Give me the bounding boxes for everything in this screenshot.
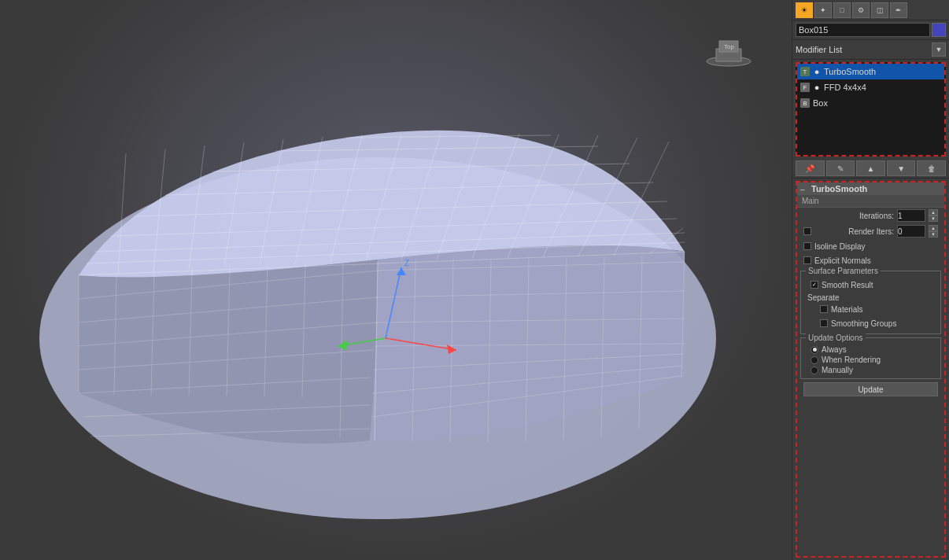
toolbar-icon-box[interactable]: □ [833, 2, 851, 18]
smooth-result-row: ✓ Smooth Result [804, 278, 937, 292]
view-cube-icon[interactable]: Top [705, 31, 760, 75]
when-rendering-row: When Rendering [804, 355, 937, 365]
viewport[interactable]: Z Top [0, 0, 792, 560]
manually-radio[interactable] [811, 367, 818, 374]
object-name-row [792, 20, 949, 40]
separate-label: Separate [804, 293, 937, 302]
smooth-result-checkbox[interactable]: ✓ [811, 281, 818, 289]
isoline-checkbox[interactable] [803, 242, 811, 250]
when-rendering-radio[interactable] [811, 356, 818, 364]
isoline-row: Isoline Display [797, 239, 944, 253]
stack-btn-up[interactable]: ▲ [856, 160, 885, 176]
stack-item-icon-ffd: F [800, 83, 810, 92]
svg-text:Z: Z [404, 259, 409, 267]
iterations-spinner[interactable]: ▲ ▼ [929, 209, 938, 222]
stack-item-turbosmooth[interactable]: T ● TurboSmooth [797, 64, 944, 79]
render-iters-spinner[interactable]: ▲ ▼ [929, 225, 938, 238]
modifier-list-dropdown[interactable]: ▼ [932, 42, 946, 57]
surface-parameters-title: Surface Parameters [806, 267, 881, 275]
stack-buttons: 📌 ✎ ▲ ▼ 🗑 [792, 159, 949, 179]
toolbar-icon-sparkle[interactable]: ✦ [814, 2, 832, 18]
update-button[interactable]: Update [803, 382, 938, 396]
modifier-stack: T ● TurboSmooth F ● FFD 4x4x4 B Box [796, 62, 946, 157]
render-iters-up[interactable]: ▲ [929, 225, 938, 231]
update-options-title: Update Options [806, 333, 866, 342]
smoothing-groups-checkbox[interactable] [820, 319, 828, 327]
stack-btn-delete[interactable]: 🗑 [917, 160, 946, 176]
when-rendering-label: When Rendering [822, 356, 881, 364]
always-label: Always [822, 345, 847, 354]
turbosmooth-main-section: Main [797, 195, 944, 208]
object-name-input[interactable] [796, 23, 930, 37]
object-color-box[interactable] [932, 23, 946, 37]
materials-checkbox[interactable] [820, 305, 828, 313]
right-panel: ☀ ✦ □ ⚙ ◫ ✒ Modifier List ▼ T ● TurboSmo… [792, 0, 949, 560]
turbosmooth-title: TurboSmooth [811, 184, 867, 193]
iterations-down[interactable]: ▼ [929, 216, 938, 222]
iterations-up[interactable]: ▲ [929, 209, 938, 216]
toolbar-icon-gear[interactable]: ⚙ [852, 2, 870, 18]
explicit-normals-checkbox[interactable] [803, 256, 811, 264]
stack-btn-down[interactable]: ▼ [887, 160, 916, 176]
explicit-normals-row: Explicit Normals [797, 253, 944, 267]
update-options-group: Update Options Always When Rendering Man… [800, 337, 941, 379]
manually-row: Manually [804, 365, 937, 375]
turbosmooth-header[interactable]: – TurboSmooth [797, 182, 944, 195]
modifier-list-row: Modifier List ▼ [792, 40, 949, 60]
stack-item-eye-turbosmooth[interactable]: ● [813, 68, 821, 76]
3d-mesh-view: Z [0, 0, 792, 560]
explicit-normals-label: Explicit Normals [814, 256, 871, 265]
stack-item-label-ffd: FFD 4x4x4 [824, 83, 941, 92]
render-iters-value[interactable]: 0 [897, 225, 925, 238]
stack-item-icon-turbosmooth: T [800, 67, 810, 76]
toolbar-icon-display[interactable]: ◫ [871, 2, 888, 18]
stack-btn-edit[interactable]: ✎ [826, 160, 855, 176]
materials-row: Materials [804, 302, 937, 316]
svg-text:Top: Top [724, 43, 734, 50]
stack-btn-pin[interactable]: 📌 [796, 160, 825, 176]
stack-item-icon-box: B [800, 98, 810, 108]
isoline-label: Isoline Display [814, 242, 865, 251]
smoothing-groups-label: Smoothing Groups [831, 319, 896, 328]
materials-label: Materials [831, 305, 863, 314]
always-row: Always [804, 344, 937, 355]
stack-item-box[interactable]: B Box [797, 95, 944, 111]
stack-item-eye-ffd[interactable]: ● [813, 83, 821, 91]
iterations-row: Iterations: 1 ▲ ▼ [797, 208, 944, 223]
render-iters-checkbox[interactable] [803, 227, 811, 235]
modifier-list-label: Modifier List [796, 45, 932, 54]
surface-parameters-group: Surface Parameters ✓ Smooth Result Separ… [800, 271, 941, 334]
stack-item-label-turbosmooth: TurboSmooth [824, 67, 941, 76]
manually-label: Manually [822, 366, 853, 374]
turbosmooth-panel: – TurboSmooth Main Iterations: 1 ▲ ▼ Ren… [796, 181, 946, 558]
stack-item-label-box: Box [813, 98, 941, 108]
top-toolbar: ☀ ✦ □ ⚙ ◫ ✒ [792, 0, 949, 20]
smooth-result-label: Smooth Result [822, 281, 873, 289]
stack-item-ffd[interactable]: F ● FFD 4x4x4 [797, 79, 944, 95]
render-iters-row: Render Iters: 0 ▲ ▼ [797, 223, 944, 239]
iterations-label: Iterations: [803, 212, 894, 220]
smoothing-groups-row: Smoothing Groups [804, 316, 937, 330]
render-iters-label: Render Iters: [814, 227, 894, 236]
always-radio[interactable] [811, 346, 818, 354]
render-iters-down[interactable]: ▼ [929, 231, 938, 238]
turbosmooth-collapse-icon: – [800, 185, 808, 193]
toolbar-icon-sun[interactable]: ☀ [796, 2, 813, 18]
toolbar-icon-pen[interactable]: ✒ [890, 2, 907, 18]
iterations-value[interactable]: 1 [897, 209, 925, 222]
